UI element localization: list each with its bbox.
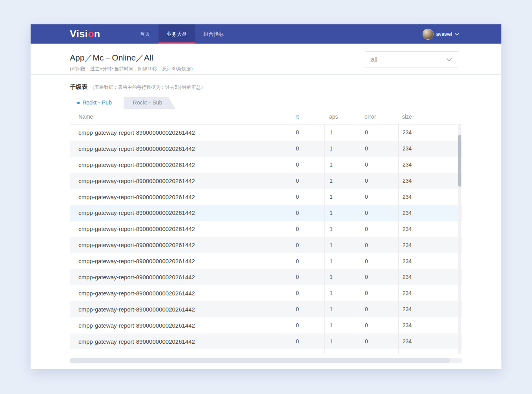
table-row[interactable]: cmpp-gateway-report-89000000002026144201… xyxy=(70,317,462,334)
cell-name: cmpp-gateway-report-890000000020261442 xyxy=(70,237,291,253)
cell-name: cmpp-gateway-report-890000000020261442 xyxy=(70,269,291,285)
column-header-error: error xyxy=(360,114,398,120)
cell-size: 234 xyxy=(398,173,462,189)
username: avawei xyxy=(436,31,452,37)
cell-error: 0 xyxy=(360,141,398,157)
cell-rt: 0 xyxy=(291,173,324,189)
cell-name: cmpp-gateway-report-890000000020261442 xyxy=(70,253,291,269)
cell-size: 234 xyxy=(398,157,462,173)
cell-size: 234 xyxy=(398,301,462,317)
cell-rt: 0 xyxy=(291,285,324,301)
user-menu[interactable]: avawei xyxy=(423,24,459,44)
column-header-rt: rt xyxy=(291,114,324,120)
cell-aps: 1 xyxy=(324,125,360,141)
cell-rt: 0 xyxy=(291,205,324,221)
section-title: 子级表 xyxy=(70,83,87,91)
cell-size: 234 xyxy=(398,125,462,141)
table-row[interactable]: cmpp-gateway-report-89000000002026144201… xyxy=(70,125,462,141)
cell-aps: 1 xyxy=(324,317,360,334)
cell-size: 234 xyxy=(398,285,462,301)
table-row[interactable]: cmpp-gateway-report-89000000002026144201… xyxy=(70,349,462,354)
table-row[interactable]: cmpp-gateway-report-89000000002026144201… xyxy=(70,334,462,350)
app-logo[interactable]: Vision xyxy=(70,28,100,40)
tab-rockt-sub[interactable]: Rockt－Sub xyxy=(124,97,176,109)
nav-item-home[interactable]: 首页 xyxy=(132,24,159,44)
table-row[interactable]: cmpp-gateway-report-89000000002026144201… xyxy=(70,237,462,253)
cell-size: 234 xyxy=(398,221,462,237)
nav-item-composite-metrics[interactable]: 组合指标 xyxy=(195,24,232,44)
cell-rt: 0 xyxy=(291,157,324,173)
cell-name: cmpp-gateway-report-890000000020261442 xyxy=(70,157,291,173)
content-area: 子级表 （表格数据：表格中的每行数据为：过去5分钟的汇总） Rockt－Pub … xyxy=(31,75,501,363)
cell-size: 234 xyxy=(398,253,462,269)
filter-select-value: all xyxy=(365,56,440,64)
table-row[interactable]: cmpp-gateway-report-89000000002026144201… xyxy=(70,189,462,205)
user-avatar xyxy=(423,29,434,40)
tab-rockt-pub[interactable]: Rockt－Pub xyxy=(70,97,124,109)
nav-item-business-dashboard[interactable]: 业务大盘 xyxy=(159,24,195,44)
top-navbar: Vision 首页 业务大盘 组合指标 avawei xyxy=(31,24,501,44)
cell-name: cmpp-gateway-report-890000000020261442 xyxy=(70,285,291,301)
filter-select[interactable]: all xyxy=(365,51,458,68)
nav-menu: 首页 业务大盘 组合指标 xyxy=(132,24,232,44)
cell-rt: 0 xyxy=(291,301,324,317)
page-title: App／Mc－Online／All xyxy=(70,52,195,63)
table-body: cmpp-gateway-report-89000000002026144201… xyxy=(70,125,462,354)
cell-rt: 0 xyxy=(291,141,324,157)
data-table: Name rt aps error size cmpp-gateway-repo… xyxy=(70,109,462,354)
cell-aps: 1 xyxy=(324,189,360,205)
cell-aps: 1 xyxy=(324,157,360,173)
cell-error: 0 xyxy=(360,221,398,237)
cell-name: cmpp-gateway-report-890000000020261442 xyxy=(70,189,291,205)
cell-name: cmpp-gateway-report-890000000020261442 xyxy=(70,301,291,317)
table-row[interactable]: cmpp-gateway-report-89000000002026144201… xyxy=(70,301,462,317)
cell-name: cmpp-gateway-report-890000000020261442 xyxy=(70,141,291,157)
table-row[interactable]: cmpp-gateway-report-89000000002026144201… xyxy=(70,205,462,221)
table-row[interactable]: cmpp-gateway-report-89000000002026144201… xyxy=(70,141,462,157)
cell-error: 0 xyxy=(360,125,398,141)
tab-label: Rockt－Sub xyxy=(133,99,162,106)
main-card: Vision 首页 业务大盘 组合指标 avawei App／Mc－Online… xyxy=(31,24,501,369)
cell-name: cmpp-gateway-report-890000000020261442 xyxy=(70,173,291,189)
table-row[interactable]: cmpp-gateway-report-89000000002026144201… xyxy=(70,157,462,173)
page-header: App／Mc－Online／All (时间段：过去5分钟~当前时间，间隔10秒，… xyxy=(31,44,501,75)
vertical-scrollbar-thumb[interactable] xyxy=(458,135,461,187)
chevron-down-icon xyxy=(455,33,459,36)
cell-size: 234 xyxy=(398,317,462,334)
cell-error: 0 xyxy=(360,205,398,221)
cell-size: 234 xyxy=(398,205,462,221)
cell-aps: 1 xyxy=(324,285,360,301)
cell-error: 0 xyxy=(360,173,398,189)
cell-name: cmpp-gateway-report-890000000020261442 xyxy=(70,334,291,350)
cell-aps: 1 xyxy=(324,221,360,237)
cell-aps: 1 xyxy=(324,141,360,157)
logo-accent: o xyxy=(88,28,94,39)
cell-size: 234 xyxy=(398,334,462,350)
horizontal-scrollbar[interactable] xyxy=(70,358,462,363)
table-row[interactable]: cmpp-gateway-report-89000000002026144201… xyxy=(70,221,462,237)
cell-name: cmpp-gateway-report-890000000020261442 xyxy=(70,221,291,237)
table-row[interactable]: cmpp-gateway-report-89000000002026144201… xyxy=(70,285,462,301)
cell-size: 234 xyxy=(398,269,462,285)
cell-error: 0 xyxy=(360,157,398,173)
cell-rt: 0 xyxy=(291,189,324,205)
cell-aps: 1 xyxy=(324,334,360,350)
chevron-down-icon xyxy=(440,52,458,68)
table-row[interactable]: cmpp-gateway-report-89000000002026144201… xyxy=(70,173,462,189)
cell-error: 0 xyxy=(360,349,398,354)
vertical-scrollbar[interactable] xyxy=(458,125,461,354)
title-block: App／Mc－Online／All (时间段：过去5分钟~当前时间，间隔10秒，… xyxy=(70,52,195,72)
cell-aps: 1 xyxy=(324,173,360,189)
table-row[interactable]: cmpp-gateway-report-89000000002026144201… xyxy=(70,253,462,269)
cell-size: 234 xyxy=(398,189,462,205)
cell-rt: 0 xyxy=(291,253,324,269)
table-row[interactable]: cmpp-gateway-report-89000000002026144201… xyxy=(70,269,462,285)
horizontal-scrollbar-thumb[interactable] xyxy=(70,358,450,363)
cell-size: 234 xyxy=(398,349,462,354)
cell-aps: 1 xyxy=(324,205,360,221)
column-header-aps: aps xyxy=(324,114,360,120)
cell-name: cmpp-gateway-report-890000000020261442 xyxy=(70,125,291,141)
cell-rt: 0 xyxy=(291,269,324,285)
tab-label: Rockt－Pub xyxy=(82,99,112,106)
column-header-size: size xyxy=(398,114,462,120)
